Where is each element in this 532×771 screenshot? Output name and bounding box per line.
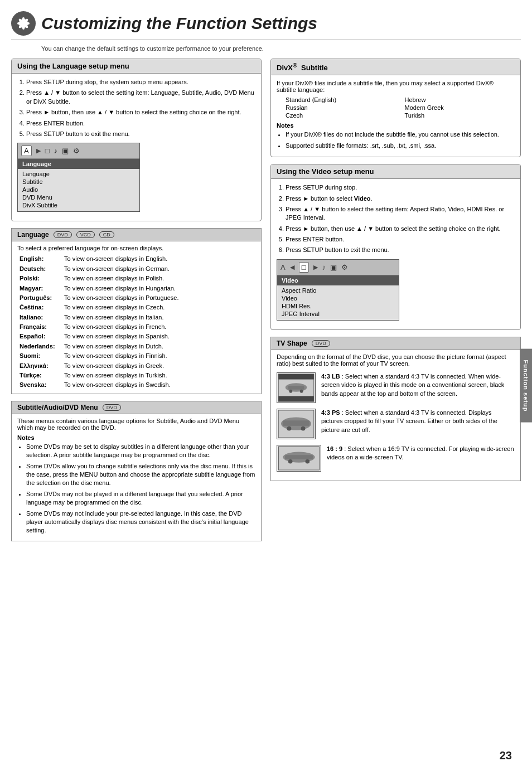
divx-lang: Standard (English) (286, 96, 396, 103)
svg-rect-10 (283, 420, 309, 426)
subtitle-notes-header: Notes (17, 434, 255, 441)
language-section: Language DVD VCD CD To select a preferre… (11, 228, 262, 394)
tv-image-ps (277, 409, 316, 439)
table-row: Magyar:To view on-screen displays in Hun… (17, 284, 255, 293)
tv-svg-169 (277, 445, 321, 471)
svg-point-16 (288, 459, 293, 464)
vstep-3: Press ▲ / ▼ button to select the setting… (286, 205, 515, 222)
badge-dvd: DVD (54, 231, 72, 238)
divx-lang: Russian (286, 104, 396, 111)
ratio-label-169: 16 : 9 (327, 445, 342, 452)
video-menu-content: Press SETUP during stop. Press ► button … (271, 179, 520, 329)
lang-desc: To view on-screen displays in French. (62, 322, 255, 332)
menu-icon-img: ▣ (62, 147, 69, 155)
lang-name: Suomi: (17, 351, 62, 361)
ratio-desc-169: : Select when a 16:9 TV is connected. Fo… (327, 445, 514, 460)
lang-name: Svenska: (17, 380, 62, 390)
menu-item-dvd: DVD Menu (22, 193, 135, 201)
divx-title: DivX® Subtitle (271, 59, 520, 75)
tv-shape-content: Depending on the format of the DVD disc,… (270, 350, 521, 481)
table-row: Svenska:To view on-screen displays in Sw… (17, 380, 255, 390)
table-row: Deutsch:To view on-screen displays in Ge… (17, 264, 255, 274)
lang-desc: To view on-screen displays in Italian. (62, 313, 255, 322)
step-3: Press ► button, then use ▲ / ▼ button to… (26, 108, 255, 117)
menu-item-audio: Audio (22, 186, 135, 193)
vmenu-icon-box: □ (299, 262, 309, 273)
svg-point-12 (301, 426, 306, 431)
video-menu-items: Aspect Ratio Video HDMI Res. JPEG Interv… (277, 285, 399, 320)
video-menu-title: Using the Video setup menu (271, 164, 520, 179)
menu-icon-music: ♪ (54, 147, 58, 155)
subtitle-intro: These menus contain various language opt… (17, 418, 255, 431)
language-menu-mockup: A ▶ □ ♪ ▣ ⚙ Language Language Subtitle A… (17, 143, 140, 212)
menu-item-divx: DivX Subtitle (22, 201, 135, 209)
language-table: English:To view on-screen displays in En… (17, 254, 255, 390)
vmenu-icon-music: ♪ (322, 263, 326, 271)
list-item: If your DivX® files do not include the s… (286, 130, 515, 139)
tv-shape-intro: Depending on the format of the DVD disc,… (277, 353, 515, 367)
ratio-desc-lb: : Select when a standard 4:3 TV is conne… (321, 373, 504, 397)
ratio-label-lb: 4:3 LB (321, 373, 340, 380)
vmenu-icon-img: ▣ (330, 263, 337, 271)
lang-desc: To view on-screen displays in Polish. (62, 274, 255, 283)
menu-icon-box: □ (45, 147, 50, 155)
table-row: Ελληνικά:To view on-screen displays in G… (17, 361, 255, 371)
lang-desc: To view on-screen displays in Portuguese… (62, 293, 255, 303)
table-row: English:To view on-screen displays in En… (17, 254, 255, 264)
svg-point-11 (287, 426, 292, 431)
lang-desc: To view on-screen displays in Finnish. (62, 351, 255, 361)
language-intro: To select a preferred language for on-sc… (17, 245, 255, 251)
divx-intro: If your DivX® files include a subtitle f… (277, 80, 515, 93)
table-row: Polski:To view on-screen displays in Pol… (17, 274, 255, 283)
subtitle-notes-list: Some DVDs may be set to display subtitle… (17, 443, 255, 535)
menu-icon-settings: ⚙ (73, 147, 80, 155)
lang-desc: To view on-screen displays in Dutch. (62, 342, 255, 351)
tv-item-ps: 4:3 PS : Select when a standard 4:3 TV i… (277, 409, 515, 439)
vmenu-item-jpeg: JPEG Interval (282, 310, 394, 318)
lang-desc: To view on-screen displays in Turkish. (62, 371, 255, 380)
divx-section: DivX® Subtitle If your DivX® files inclu… (270, 59, 521, 157)
table-row: Türkçe:To view on-screen displays in Tur… (17, 371, 255, 380)
badge-vcd: VCD (76, 231, 95, 238)
table-row: Italiano:To view on-screen displays in I… (17, 313, 255, 322)
menu-selected: Language (18, 159, 139, 169)
step-1: Press SETUP during stop, the system setu… (26, 78, 255, 86)
vstep-1: Press SETUP during stop. (286, 183, 515, 192)
language-menu-content: Press SETUP during stop, the system setu… (12, 74, 261, 221)
lang-name: Nederlands: (17, 342, 62, 351)
sidebar-label: Function setup (520, 348, 532, 423)
table-row: Suomi:To view on-screen displays in Finn… (17, 351, 255, 361)
menu-icons-row: A ▶ □ ♪ ▣ ⚙ (18, 143, 139, 159)
badge-dvd-tv: DVD (312, 340, 330, 347)
divx-lang: Modern Greek (405, 104, 515, 111)
badge-cd: CD (99, 231, 114, 238)
svg-rect-15 (285, 455, 313, 459)
language-menu-section: Using the Language setup menu Press SETU… (11, 59, 262, 221)
lang-name: Türkçe: (17, 371, 62, 380)
tv-desc-169: 16 : 9 : Select when a 16:9 TV is connec… (327, 445, 515, 462)
divx-lang: Turkish (405, 112, 515, 119)
lang-name: Español: (17, 332, 62, 341)
svg-rect-5 (288, 386, 304, 390)
lang-name: Čeština: (17, 303, 62, 312)
lang-name: Português: (17, 293, 62, 303)
tv-svg-lb (277, 373, 315, 403)
ratio-label-ps: 4:3 PS (321, 409, 340, 416)
vstep-4: Press ► button, then use ▲ / ▼ button to… (286, 225, 515, 233)
language-label: Language (17, 231, 49, 239)
tv-image-169 (277, 445, 321, 472)
list-item: Some DVDs may not include your pre-selec… (26, 510, 255, 535)
vstep-6: Press SETUP button to exit the menu. (286, 246, 515, 254)
divx-lang: Czech (286, 112, 396, 119)
vmenu-icon-a: A (280, 263, 286, 271)
ratio-desc-ps: : Select when a standard 4:3 TV is conne… (321, 409, 497, 433)
menu-item-language: Language (22, 170, 135, 178)
subtitle-section-content: These menus contain various language opt… (11, 414, 262, 541)
list-item: Some DVDs may be set to display subtitle… (26, 443, 255, 460)
list-item: Some DVDs may not be played in a differe… (26, 490, 255, 507)
list-item: Supported subtitle file formats: .srt, .… (286, 142, 515, 150)
lang-name: Italiano: (17, 313, 62, 322)
lang-desc: To view on-screen displays in English. (62, 254, 255, 264)
right-column: DivX® Subtitle If your DivX® files inclu… (270, 59, 521, 548)
tv-item-lb: 4:3 LB : Select when a standard 4:3 TV i… (277, 372, 515, 403)
